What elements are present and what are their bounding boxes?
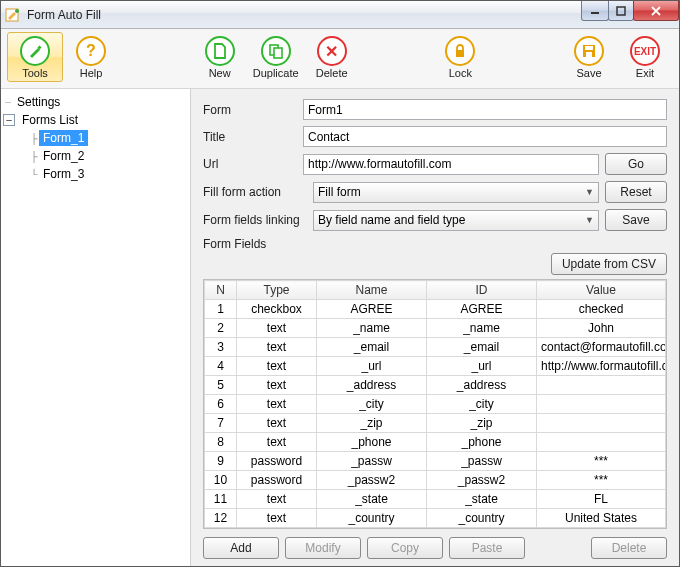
cell-type: password [237,471,317,490]
tree-view[interactable]: ┈ Settings – Forms List ├ Form_1 ├ Form_… [1,89,191,566]
question-icon: ? [76,36,106,66]
col-id[interactable]: ID [427,281,537,300]
cell-id: _passw2 [427,471,537,490]
table-row[interactable]: 12text_country_countryUnited States [205,509,666,528]
cell-name: _country [317,509,427,528]
svg-rect-2 [591,12,599,14]
table-row[interactable]: 5text_address_address [205,376,666,395]
grid-header-row: N Type Name ID Value [205,281,666,300]
cell-value: *** [537,471,666,490]
cell-n: 10 [205,471,237,490]
exit-icon: EXIT [630,36,660,66]
svg-rect-9 [585,46,593,50]
go-button[interactable]: Go [605,153,667,175]
new-button[interactable]: New [192,32,248,82]
add-button[interactable]: Add [203,537,279,559]
table-row[interactable]: 7text_zip_zip [205,414,666,433]
cell-n: 2 [205,319,237,338]
table-row[interactable]: 9password_passw_passw*** [205,452,666,471]
cell-type: checkbox [237,300,317,319]
save-button[interactable]: Save [561,32,617,82]
titlebar: Form Auto Fill [1,1,679,29]
linking-value: By field name and field type [318,213,465,227]
row-delete-button[interactable]: Delete [591,537,667,559]
table-row[interactable]: 1checkboxAGREEAGREEchecked [205,300,666,319]
col-type[interactable]: Type [237,281,317,300]
cell-id: _url [427,357,537,376]
collapse-icon[interactable]: – [3,114,15,126]
tree-form2-label: Form_2 [39,148,88,164]
tree-forms-list-label: Forms List [18,112,82,128]
body: ┈ Settings – Forms List ├ Form_1 ├ Form_… [1,89,679,566]
cell-type: password [237,452,317,471]
help-label: Help [80,67,103,79]
tree-form1[interactable]: ├ Form_1 [29,129,190,147]
fill-action-combo[interactable]: Fill form ▼ [313,182,599,203]
title-input[interactable] [303,126,667,147]
minimize-icon [590,6,600,16]
chevron-down-icon: ▼ [585,187,594,197]
table-row[interactable]: 11text_state_stateFL [205,490,666,509]
tree-settings-label: Settings [13,94,64,110]
maximize-button[interactable] [608,1,634,21]
modify-button[interactable]: Modify [285,537,361,559]
cell-name: _zip [317,414,427,433]
reset-button[interactable]: Reset [605,181,667,203]
cell-value: http://www.formautofill.c [537,357,666,376]
fields-grid[interactable]: N Type Name ID Value 1checkboxAGREEAGREE… [203,279,667,529]
tree-form3[interactable]: └ Form_3 [29,165,190,183]
fill-action-value: Fill form [318,185,361,199]
cell-id: _zip [427,414,537,433]
form-label: Form [203,103,303,117]
app-icon [5,7,21,23]
table-row[interactable]: 10password_passw2_passw2*** [205,471,666,490]
cell-n: 12 [205,509,237,528]
table-row[interactable]: 8text_phone_phone [205,433,666,452]
cell-value [537,376,666,395]
close-button[interactable] [633,1,679,21]
table-row[interactable]: 2text_name_nameJohn [205,319,666,338]
tree-form2[interactable]: ├ Form_2 [29,147,190,165]
new-label: New [209,67,231,79]
col-n[interactable]: N [205,281,237,300]
window-buttons [582,1,679,21]
update-csv-button[interactable]: Update from CSV [551,253,667,275]
cell-n: 8 [205,433,237,452]
paste-button[interactable]: Paste [449,537,525,559]
cell-type: text [237,509,317,528]
tree-dash-icon: ┈ [3,97,13,108]
col-value[interactable]: Value [537,281,666,300]
tree-form3-label: Form_3 [39,166,88,182]
close-icon [650,6,662,16]
cell-n: 9 [205,452,237,471]
cell-type: text [237,376,317,395]
cell-name: _name [317,319,427,338]
cell-id: _name [427,319,537,338]
form-input[interactable] [303,99,667,120]
url-input[interactable] [303,154,599,175]
cell-n: 5 [205,376,237,395]
duplicate-button[interactable]: Duplicate [248,32,304,82]
tree-forms-list[interactable]: – Forms List [3,111,190,129]
help-button[interactable]: ? Help [63,32,119,82]
cell-name: _passw [317,452,427,471]
fill-action-label: Fill form action [203,185,313,199]
table-row[interactable]: 3text_email_emailcontact@formautofill.co [205,338,666,357]
tools-button[interactable]: Tools [7,32,63,82]
cell-name: _email [317,338,427,357]
app-window: Form Auto Fill Tools ? Help [0,0,680,567]
copy-button[interactable]: Copy [367,537,443,559]
delete-button[interactable]: ✕ Delete [304,32,360,82]
lock-button[interactable]: Lock [432,32,488,82]
linking-combo[interactable]: By field name and field type ▼ [313,210,599,231]
minimize-button[interactable] [581,1,609,21]
col-name[interactable]: Name [317,281,427,300]
tree-settings[interactable]: ┈ Settings [3,93,190,111]
table-row[interactable]: 4text_url_urlhttp://www.formautofill.c [205,357,666,376]
tools-label: Tools [22,67,48,79]
svg-rect-10 [586,52,592,57]
panel-save-button[interactable]: Save [605,209,667,231]
table-row[interactable]: 6text_city_city [205,395,666,414]
x-icon: ✕ [317,36,347,66]
exit-button[interactable]: EXIT Exit [617,32,673,82]
